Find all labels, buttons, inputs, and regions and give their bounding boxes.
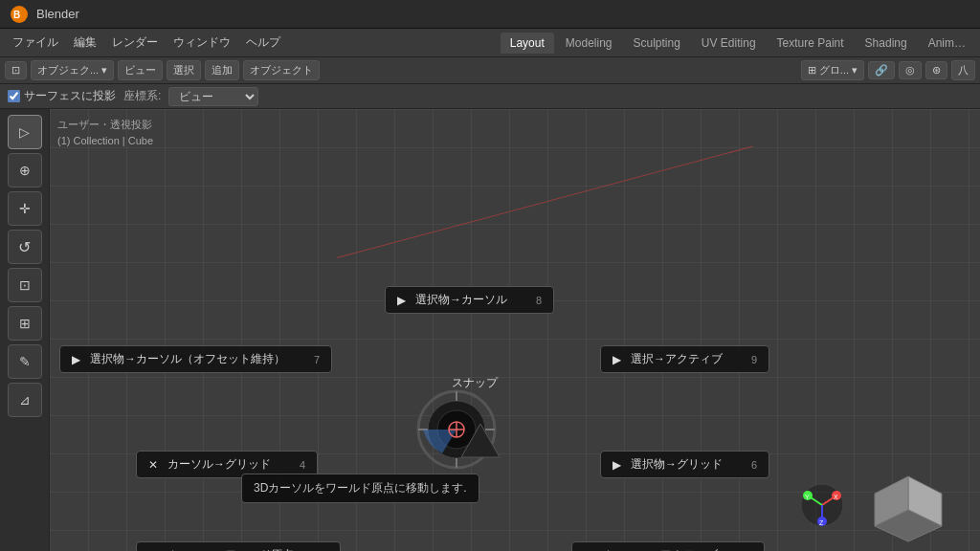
snap-grid-icon-2: ▶ — [612, 458, 621, 472]
tool-scale[interactable]: ⊡ — [8, 268, 42, 302]
transform-icon: ⊞ — [808, 64, 816, 77]
tab-animation[interactable]: Anim… — [919, 33, 975, 54]
blender-logo-icon: B — [10, 5, 29, 24]
select-menu[interactable]: 選択 — [167, 60, 201, 80]
left-sidebar: ▷ ⊕ ✛ ↺ ⊡ ⊞ ✎ ⊿ — [0, 109, 50, 551]
cube-mesh — [865, 467, 951, 546]
app-title: Blender — [36, 7, 79, 21]
tool-measure[interactable]: ⊿ — [8, 383, 42, 417]
menu-item-help[interactable]: ヘルプ — [238, 32, 288, 54]
right-toolbar: ⊞ グロ... ▾ 🔗 ◎ ⊛ 八 — [801, 60, 975, 80]
view-info: ユーザー・透視投影 (1) Collection | Cube — [57, 117, 153, 148]
axis-gizmo: X Y Z — [798, 481, 846, 532]
snap-item-cursor-to-world-origin[interactable]: ✕ カーソル→ワールド原点 1 — [136, 541, 341, 551]
shading-icon: 八 — [958, 63, 969, 77]
overlay-toggle[interactable]: ⊛ — [925, 61, 947, 79]
proportional-icon: ◎ — [905, 64, 915, 77]
tool-move[interactable]: ✛ — [8, 191, 42, 226]
proportional-toggle[interactable]: ◎ — [899, 61, 922, 79]
tool-cursor[interactable]: ⊕ — [8, 153, 42, 187]
options-row: サーフェスに投影 座標系: ビュー グローバル ローカル — [0, 84, 980, 109]
magnet-icon: 🔗 — [875, 64, 888, 77]
tool-transform[interactable]: ⊞ — [8, 306, 42, 341]
tab-texture-paint[interactable]: Texture Paint — [768, 33, 854, 54]
snap-item-selection-to-cursor-offset[interactable]: ▶ 選択物→カーソル（オフセット維持） 7 — [59, 345, 332, 373]
title-bar: B Blender — [0, 0, 980, 29]
axis-line — [337, 146, 753, 258]
surface-projection-toggle[interactable]: サーフェスに投影 — [8, 88, 116, 104]
snap-item-selection-to-grid[interactable]: ▶ 選択物→グリッド 6 — [600, 451, 769, 478]
tool-annotate[interactable]: ✎ — [8, 344, 42, 379]
svg-text:Z: Z — [819, 519, 824, 526]
coord-system-select[interactable]: ビュー グローバル ローカル — [168, 87, 258, 106]
mesh-arrow — [461, 424, 500, 465]
menu-item-edit[interactable]: 編集 — [66, 32, 104, 54]
snap-grid-icon-1: ✕ — [148, 458, 158, 472]
snap-active-icon: ▶ — [612, 353, 621, 366]
snap-item-selection-to-cursor[interactable]: ▶ 選択物→カーソル 8 — [385, 286, 554, 314]
svg-marker-12 — [461, 424, 500, 457]
tab-layout[interactable]: Layout — [501, 33, 554, 54]
view-menu[interactable]: ビュー — [118, 60, 163, 80]
menu-item-render[interactable]: レンダー — [104, 32, 166, 54]
menu-item-window[interactable]: ウィンドウ — [166, 32, 238, 54]
tooltip-box: 3Dカーソルをワールド原点に移動します. — [241, 474, 479, 503]
global-select-dropdown[interactable]: ⊞ グロ... ▾ — [801, 60, 864, 80]
snap-offset-icon: ▶ — [72, 353, 80, 366]
snap-toggle[interactable]: 🔗 — [868, 61, 895, 79]
main-area: ▷ ⊕ ✛ ↺ ⊡ ⊞ ✎ ⊿ ユーザー・透視投影 (1) Collection… — [0, 109, 980, 551]
mode-select-icon[interactable]: ⊡ — [5, 61, 27, 79]
svg-text:B: B — [13, 10, 20, 20]
mode-select-dropdown[interactable]: オブジェク... ▾ — [31, 60, 114, 80]
menu-bar: ファイル 編集 レンダー ウィンドウ ヘルプ Layout Modeling S… — [0, 29, 980, 57]
svg-text:Y: Y — [805, 494, 810, 500]
menu-item-file[interactable]: ファイル — [5, 32, 66, 54]
add-menu[interactable]: 追加 — [205, 60, 239, 80]
snap-cursor-icon: ▶ — [397, 294, 406, 307]
overlay-icon: ⊛ — [932, 64, 941, 77]
coord-system-label: 座標系: — [123, 88, 161, 104]
snap-item-cursor-to-active[interactable]: ✕ カーソル→アクティブ 3 — [571, 541, 765, 551]
svg-text:X: X — [834, 494, 838, 500]
shading-toggle[interactable]: 八 — [951, 60, 975, 80]
tab-sculpting[interactable]: Sculpting — [623, 33, 689, 54]
tab-modeling[interactable]: Modeling — [556, 33, 622, 54]
workspace-tabs: Layout Modeling Sculpting UV Editing Tex… — [501, 33, 975, 54]
object-menu[interactable]: オブジェクト — [243, 60, 320, 80]
toolbar-row: ⊡ オブジェク... ▾ ビュー 選択 追加 オブジェクト ⊞ グロ... ▾ … — [0, 57, 980, 84]
viewport[interactable]: ユーザー・透視投影 (1) Collection | Cube ▶ 選択物→カー… — [50, 109, 980, 551]
tool-rotate[interactable]: ↺ — [8, 230, 42, 264]
tab-uv-editing[interactable]: UV Editing — [692, 33, 766, 54]
snap-item-selection-to-active[interactable]: ▶ 選択→アクティブ 9 — [600, 345, 769, 373]
tab-shading[interactable]: Shading — [856, 33, 917, 54]
chevron-icon: ▾ — [852, 64, 858, 77]
dropdown-icon: ▾ — [101, 64, 107, 77]
tool-select[interactable]: ▷ — [8, 115, 42, 149]
